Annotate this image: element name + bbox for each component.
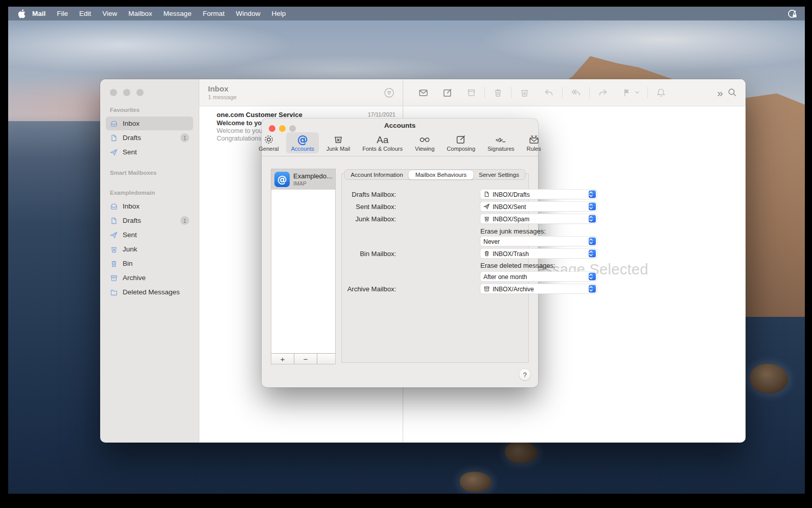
add-account-button[interactable]: + [271,354,294,364]
sidebar-item-label: Sent [123,231,137,239]
sidebar-item-label: Drafts [123,134,141,142]
menu-format[interactable]: Format [197,10,230,17]
sidebar-item-label: Inbox [123,202,140,210]
reply-all-button[interactable] [570,87,582,98]
account-row[interactable]: @ Exampledomain IMAP [271,169,335,190]
menu-view[interactable]: View [97,10,123,17]
screen: Mail File Edit View Mailbox Message Form… [0,0,812,508]
junk-icon [110,245,118,253]
page-icon [110,217,118,225]
sidebar-item-label: Archive [123,274,146,282]
remove-account-button[interactable]: − [294,354,317,364]
section-exampledomain: Exampledomain [100,190,199,199]
menu-window[interactable]: Window [230,10,266,17]
erase-deleted-select[interactable]: After one month [480,272,597,282]
zoom-button[interactable] [136,89,144,96]
sidebar-item-drafts-2[interactable]: Drafts 1 [106,214,193,227]
fonts-icon: Aa [377,133,388,146]
sidebar-item-sent-2[interactable]: Sent [106,228,193,242]
sidebar-item-label: Drafts [123,217,141,224]
junk-button[interactable] [519,87,530,98]
archive-mailbox-select[interactable]: INBOX/Archive [480,284,597,294]
menu-mailbox[interactable]: Mailbox [123,10,158,17]
prefs-pane-composing[interactable]: Composing [442,132,480,153]
tab-account-information[interactable]: Account Information [344,170,409,179]
prefs-pane-viewing[interactable]: Viewing [410,132,439,153]
page-icon [110,134,118,142]
sidebar-item-sent[interactable]: Sent [106,145,193,159]
junk-mailbox-select[interactable]: INBOX/Spam [480,214,597,224]
account-protocol: IMAP [293,180,332,187]
minimize-button[interactable] [123,89,130,96]
drafts-mailbox-select[interactable]: INBOX/Drafts [480,190,597,199]
paper-plane-icon [483,203,490,210]
compose-icon [455,133,467,146]
tab-server-settings[interactable]: Server Settings [473,170,525,179]
menu-message[interactable]: Message [158,10,197,17]
field-label: Junk Mailbox: [356,215,396,223]
inbox-icon [110,202,118,211]
mute-bell-button[interactable] [656,87,666,98]
stepper-icon [589,285,596,293]
flag-button[interactable] [622,87,632,98]
sidebar-item-inbox-2[interactable]: Inbox [106,199,193,213]
sidebar-item-bin[interactable]: Bin [106,257,193,270]
get-mail-button[interactable] [418,87,429,98]
prefs-pane-junk-mail[interactable]: Junk Mail [322,132,355,153]
prefs-pane-rules[interactable]: Rules [522,132,546,153]
account-bar-filler [317,354,335,364]
apple-menu[interactable] [18,9,26,18]
delete-button[interactable] [493,87,503,98]
filter-icon[interactable] [384,87,395,98]
menu-help[interactable]: Help [266,10,291,17]
sidebar-item-junk[interactable]: Junk [106,242,193,256]
prefs-pane-signatures[interactable]: Signatures [483,132,519,153]
sidebar-item-deleted-messages[interactable]: Deleted Messages [106,285,193,299]
stepper-icon [589,273,596,281]
forward-button[interactable] [597,87,609,98]
archive-icon [483,286,490,292]
dialog-title: Accounts [262,122,538,129]
erase-junk-select[interactable]: Never [480,237,597,246]
sidebar-item-archive[interactable]: Archive [106,271,193,285]
field-label: Drafts Mailbox: [352,191,396,198]
menu-file[interactable]: File [51,10,74,17]
menu-mail[interactable]: Mail [27,10,51,17]
junk-icon [333,133,344,146]
sidebar-item-inbox[interactable]: Inbox [106,117,193,130]
toolbar-separator [511,87,512,98]
prefs-pane-accounts[interactable]: @ Accounts [286,132,318,153]
reply-button[interactable] [543,87,554,98]
sidebar-item-drafts[interactable]: Drafts 1 [106,131,193,145]
bin-mailbox-select[interactable]: INBOX/Trash [480,249,597,259]
flag-chevron-icon[interactable] [635,90,640,95]
erase-deleted-caption: Erase deleted messages: [480,262,555,269]
message-list-header: Inbox 1 message [199,79,403,106]
help-button[interactable]: ? [519,369,530,380]
archive-button[interactable] [466,87,477,98]
field-label: Bin Mailbox: [360,250,396,258]
traffic-lights [100,79,199,96]
menu-edit[interactable]: Edit [74,10,97,17]
prefs-pane-general[interactable]: General [254,132,283,153]
mailbox-title: Inbox [208,84,228,93]
toolbar-separator [562,87,563,98]
compose-button[interactable] [442,87,453,98]
cloud [483,14,805,71]
sent-mailbox-select[interactable]: INBOX/Sent [480,202,597,212]
unread-badge: 1 [180,216,189,225]
account-at-icon: @ [274,172,290,187]
search-icon[interactable] [727,87,737,98]
prefs-pane-fonts-colours[interactable]: Aa Fonts & Colours [358,132,407,153]
stepper-icon [589,250,596,258]
account-list: @ Exampledomain IMAP + − [271,169,336,364]
inbox-icon [110,120,118,128]
sea-rock [505,442,538,463]
tab-mailbox-behaviours[interactable]: Mailbox Behaviours [409,170,473,179]
close-button[interactable] [110,89,117,96]
rules-envelope-icon [528,133,540,146]
screen-lock-status-icon[interactable] [786,8,798,19]
mail-toolbar: » [403,79,746,106]
toolbar-separator [484,87,485,98]
overflow-chevrons-icon[interactable]: » [717,87,723,98]
